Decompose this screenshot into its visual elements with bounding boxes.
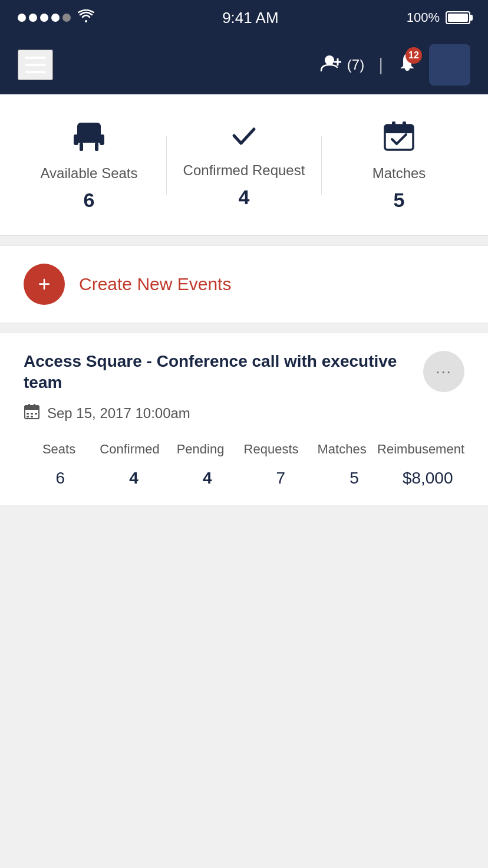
svg-rect-5 [76,137,102,143]
nav-divider: | [378,55,383,75]
col-header-requests: Requests [236,442,306,457]
available-seats-label: Available Seats [41,165,138,182]
svg-rect-8 [74,134,78,145]
svg-rect-7 [95,143,98,151]
avatar[interactable] [429,44,470,86]
col-header-reimbusement: Reimbusement [377,442,464,457]
more-dots-icon: ··· [436,363,452,381]
svg-rect-22 [31,416,33,417]
stat-confirmed-request[interactable]: Confirmed Request 4 [167,121,321,209]
val-reimbusement: $8,000 [391,469,464,488]
dot-3 [40,14,48,22]
svg-rect-4 [77,123,101,138]
val-requests: 7 [244,469,318,488]
nav-right-area: (7) | 12 [320,44,470,86]
menu-line-1 [25,57,46,59]
svg-rect-17 [34,404,35,407]
status-time: 9:41 AM [222,9,278,27]
col-header-seats: Seats [24,442,94,457]
event-date-text: Sep 15, 2017 10:00am [47,405,190,422]
battery-pct: 100% [407,10,440,25]
confirmed-request-value: 4 [239,186,250,209]
svg-rect-20 [35,413,37,415]
menu-line-2 [25,64,46,66]
hamburger-menu-button[interactable] [18,50,53,80]
matches-value: 5 [394,189,405,212]
notifications-button[interactable]: 12 [397,52,417,78]
val-seats: 6 [24,469,97,488]
battery-area: 100% [407,10,470,25]
svg-rect-13 [403,121,406,129]
stat-available-seats[interactable]: Available Seats 6 [12,118,166,212]
event-title: Access Square - Conference call with exe… [24,351,423,394]
add-user-icon [320,54,341,76]
stat-matches[interactable]: Matches 5 [322,118,476,212]
user-group[interactable]: (7) [320,54,364,76]
stats-section: Available Seats 6 Confirmed Request 4 [0,94,488,236]
wifi-icon [78,9,94,26]
dot-1 [18,14,26,22]
table-values: 6 4 4 7 5 $8,000 [24,469,464,488]
nav-bar: (7) | 12 [0,35,488,94]
available-seats-value: 6 [84,189,95,212]
dot-5 [62,14,71,22]
signal-area [18,9,94,26]
plus-icon: + [38,274,50,295]
menu-line-3 [25,71,46,73]
col-header-pending: Pending [165,442,236,457]
user-count: (7) [347,57,364,73]
calendar-icon [24,403,40,424]
svg-rect-15 [25,406,39,410]
battery-icon [446,11,470,24]
dot-2 [29,14,37,22]
event-stats-table: Seats Confirmed Pending Requests Matches… [24,442,464,488]
val-matches: 5 [318,469,391,488]
create-event-button[interactable]: + [24,264,65,305]
svg-rect-18 [27,413,29,415]
notification-badge: 12 [405,47,422,64]
status-bar: 9:41 AM 100% [0,0,488,35]
val-pending: 4 [170,469,244,488]
event-date: Sep 15, 2017 10:00am [24,403,464,424]
svg-rect-21 [27,416,29,417]
chair-icon [71,118,107,158]
svg-rect-16 [28,404,30,407]
calendar-check-icon [381,118,417,158]
dot-4 [51,14,60,22]
svg-rect-19 [31,413,33,415]
matches-label: Matches [372,165,426,182]
create-events-section: + Create New Events [0,245,488,323]
table-headers: Seats Confirmed Pending Requests Matches… [24,442,464,457]
svg-point-0 [325,55,334,65]
checkmark-icon [229,121,259,155]
create-events-label: Create New Events [79,274,231,294]
event-more-button[interactable]: ··· [423,351,464,392]
col-header-confirmed: Confirmed [94,442,165,457]
event-header: Access Square - Conference call with exe… [24,351,464,394]
svg-rect-11 [385,125,413,133]
val-confirmed: 4 [97,469,171,488]
svg-rect-6 [80,143,83,151]
svg-rect-9 [100,134,104,145]
signal-dots [18,14,71,22]
event-card: Access Square - Conference call with exe… [0,333,488,506]
svg-rect-12 [392,121,395,129]
confirmed-request-label: Confirmed Request [183,162,305,179]
col-header-matches: Matches [306,442,377,457]
